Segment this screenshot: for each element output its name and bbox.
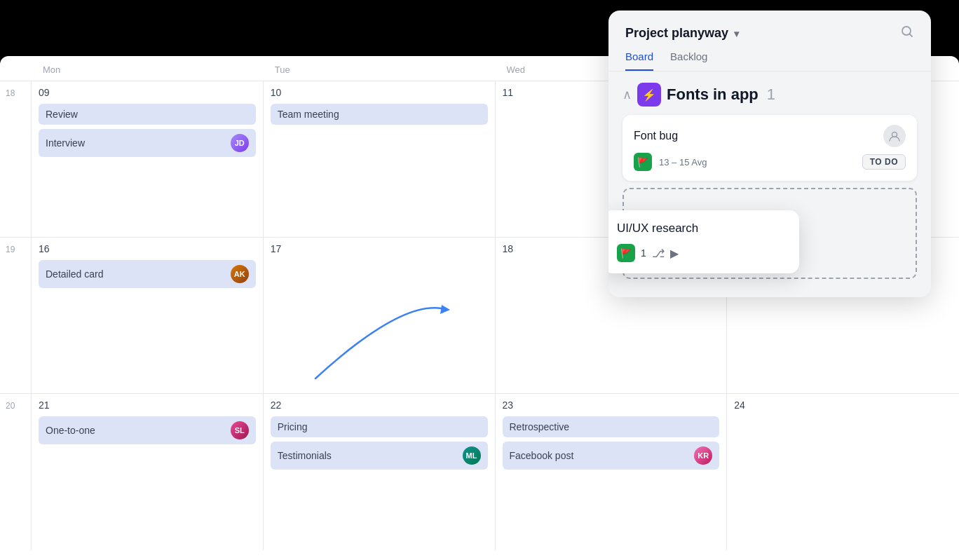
- week-num-18: 18: [0, 81, 32, 238]
- event-title: Detailed card: [46, 268, 104, 280]
- event-title: Facebook post: [510, 450, 574, 461]
- event-title: Retrospective: [510, 421, 570, 432]
- event-testimonials[interactable]: Testimonials ML: [271, 442, 488, 470]
- event-title: One-to-one: [46, 425, 95, 436]
- floating-task-meta: 🚩 1 ⎇ ▶: [617, 244, 785, 262]
- avatar-testimonials: ML: [463, 446, 481, 465]
- event-pricing[interactable]: Pricing: [271, 416, 488, 437]
- event-interview[interactable]: Interview JD: [39, 129, 256, 157]
- floating-task-name: UI/UX research: [617, 221, 785, 235]
- day-num-23: 23: [503, 399, 720, 411]
- event-title: Pricing: [278, 421, 308, 432]
- day-num-16: 16: [39, 243, 256, 254]
- event-title: Testimonials: [278, 450, 332, 461]
- tab-board[interactable]: Board: [625, 50, 653, 71]
- collapse-icon[interactable]: ∧: [623, 87, 632, 102]
- epic-header: ∧ ⚡ Fonts in app 1: [623, 83, 917, 107]
- day-cell-mon-18[interactable]: 09 Review Interview JD: [32, 81, 264, 238]
- week-num-19: 19: [0, 238, 32, 394]
- event-retrospective[interactable]: Retrospective: [503, 416, 720, 437]
- panel-content: ∧ ⚡ Fonts in app 1 Font bug 🚩 13 – 15: [608, 71, 931, 297]
- task-top: Font bug: [634, 125, 906, 147]
- event-team-meeting[interactable]: Team meeting: [271, 104, 488, 125]
- task-card-font-bug[interactable]: Font bug 🚩 13 – 15 Avg TO DO: [623, 115, 917, 181]
- event-title: Interview: [46, 137, 85, 149]
- event-review[interactable]: Review: [39, 104, 256, 125]
- panel-tabs: Board Backlog: [608, 42, 931, 71]
- project-name-label: Project planyway: [625, 26, 728, 41]
- task-user-icon: [883, 125, 906, 147]
- event-title: Team meeting: [278, 109, 339, 120]
- day-cell-thu-20[interactable]: 24: [727, 394, 959, 550]
- task-meta: 🚩 13 – 15 Avg TO DO: [634, 153, 906, 171]
- day-cell-mon-19[interactable]: 16 Detailed card AK: [32, 238, 264, 394]
- event-facebook-post[interactable]: Facebook post KR: [503, 442, 720, 470]
- day-cell-tue-19[interactable]: 17: [264, 238, 496, 394]
- avatar-facebook-post: KR: [694, 446, 712, 465]
- day-num-17: 17: [271, 243, 488, 254]
- tab-backlog[interactable]: Backlog: [670, 50, 707, 71]
- event-detailed-card[interactable]: Detailed card AK: [39, 260, 256, 288]
- panel-header: Project planyway ▾: [608, 11, 931, 42]
- event-one-to-one[interactable]: One-to-one SL: [39, 416, 256, 444]
- day-num-24: 24: [734, 399, 952, 411]
- task-name: Font bug: [634, 130, 678, 142]
- epic-icon: ⚡: [637, 83, 661, 107]
- day-cell-tue-20[interactable]: 22 Pricing Testimonials ML: [264, 394, 496, 550]
- day-label-mon: Mon: [32, 64, 264, 75]
- day-label-tue: Tue: [264, 64, 496, 75]
- epic-icon-symbol: ⚡: [642, 88, 656, 102]
- side-panel: Project planyway ▾ Board Backlog ∧ ⚡ Fon…: [608, 11, 931, 297]
- arrow-right-icon: ▶: [670, 247, 679, 260]
- epic-title: Fonts in app: [667, 86, 759, 104]
- floating-task-num: 1: [641, 247, 646, 259]
- event-title: Review: [46, 109, 78, 120]
- day-num-10: 10: [271, 87, 488, 98]
- search-icon[interactable]: [900, 25, 914, 42]
- day-cell-wed-20[interactable]: 23 Retrospective Facebook post KR: [496, 394, 728, 550]
- avatar-interview: JD: [231, 134, 249, 152]
- today-badge: 11: [503, 87, 514, 98]
- floating-task-card[interactable]: UI/UX research 🚩 1 ⎇ ▶: [608, 210, 799, 273]
- subtask-icon: ⎇: [652, 247, 665, 260]
- week-col-spacer: [0, 64, 32, 75]
- avatar-one-to-one: SL: [231, 421, 249, 439]
- day-num-22: 22: [271, 399, 488, 411]
- drop-zone[interactable]: UI/UX research 🚩 1 ⎇ ▶: [623, 188, 917, 279]
- project-title[interactable]: Project planyway ▾: [625, 26, 739, 41]
- week-num-20: 20: [0, 394, 32, 550]
- todo-badge: TO DO: [862, 154, 906, 170]
- avatar-detailed-card: AK: [231, 265, 249, 283]
- week-row-20: 20 21 One-to-one SL 22 Pricing Testimoni…: [0, 394, 959, 550]
- task-flag-icon: 🚩: [634, 153, 652, 171]
- day-cell-tue-18[interactable]: 10 Team meeting: [264, 81, 496, 238]
- chevron-down-icon: ▾: [734, 28, 739, 39]
- day-cell-mon-20[interactable]: 21 One-to-one SL: [32, 394, 264, 550]
- epic-count: 1: [767, 86, 775, 104]
- task-dates: 13 – 15 Avg: [659, 157, 707, 168]
- day-num-09: 09: [39, 87, 256, 98]
- floating-flag-icon: 🚩: [617, 244, 635, 262]
- day-num-21: 21: [39, 399, 256, 411]
